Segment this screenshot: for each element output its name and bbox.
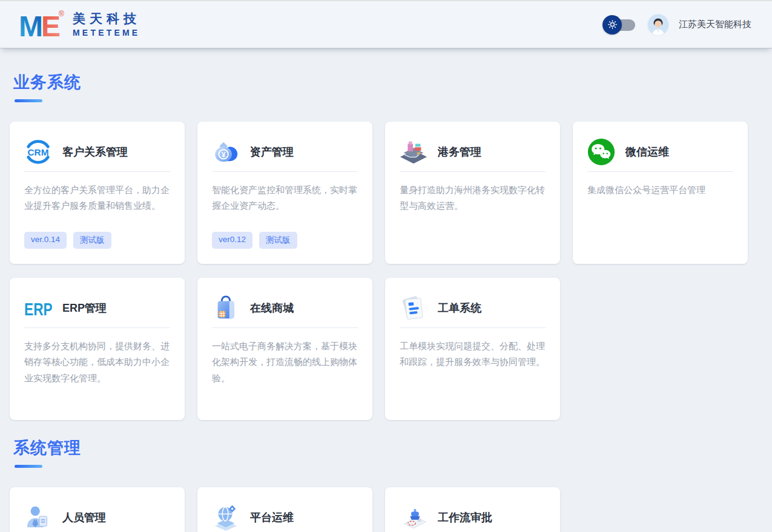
version-badge: ver0.12 (212, 232, 252, 249)
version-badge: 测试版 (259, 232, 297, 249)
card-description: 集成微信公众号运营平台管理 (587, 182, 733, 198)
card-description: 支持多分支机构协同，提供财务、进销存等核心功能，低成本助力中小企业实现数字化管理… (24, 338, 170, 386)
app-card[interactable]: 工作流审批 (385, 487, 560, 532)
card-divider (24, 327, 170, 328)
sections: 业务系统 CRM 客户关系管理 全方位的客户关系管理平台，助力企业提升客户服务质… (0, 48, 772, 532)
platform-ops-icon (212, 504, 240, 531)
card-divider (587, 171, 733, 172)
port-icon (400, 138, 427, 166)
app-card[interactable]: 平台运维 (197, 487, 372, 532)
work-order-icon (400, 294, 427, 322)
section: 系统管理 人员管理 平台运维 工作流审批 (10, 437, 762, 532)
app-card[interactable]: 工单系统 工单模块实现问题提交、分配、处理和跟踪，提升服务效率与协同管理。 (385, 278, 560, 420)
theme-toggle[interactable] (602, 15, 638, 34)
section-title: 业务系统 (13, 71, 762, 93)
svg-text:CRM: CRM (28, 147, 49, 157)
card-description: 智能化资产监控和管理系统，实时掌握企业资产动态。 (212, 182, 358, 214)
me-logo-icon: M E ® (18, 9, 65, 41)
card-description: 一站式电子商务解决方案，基于模块化架构开发，打造流畅的线上购物体验。 (212, 338, 358, 386)
badge-row: ver.0.14测试版 (24, 232, 111, 249)
card-grid: CRM 客户关系管理 全方位的客户关系管理平台，助力企业提升客户服务质量和销售业… (10, 122, 762, 420)
logo-en-text: METETEME (73, 28, 140, 38)
section-underline (15, 465, 42, 468)
card-divider (212, 171, 358, 172)
app-card[interactable]: CRM 客户关系管理 全方位的客户关系管理平台，助力企业提升客户服务质量和销售业… (10, 122, 185, 264)
version-badge: ver.0.14 (24, 232, 67, 249)
card-description: 全方位的客户关系管理平台，助力企业提升客户服务质量和销售业绩。 (24, 182, 170, 214)
section: 业务系统 CRM 客户关系管理 全方位的客户关系管理平台，助力企业提升客户服务质… (10, 71, 762, 420)
badge-row: ver0.12测试版 (212, 232, 297, 249)
app-card[interactable]: 港务管理 量身打造助力海州港务实现数字化转型与高效运营。 (385, 122, 560, 264)
card-divider (24, 171, 170, 172)
version-badge: 测试版 (73, 232, 111, 249)
card-title: 资产管理 (250, 145, 294, 159)
avatar-image (648, 15, 668, 35)
app-header: M E ® 美天科技 METETEME (0, 0, 772, 48)
app-card[interactable]: ¥ 资产管理 智能化资产监控和管理系统，实时掌握企业资产动态。 ver0.12测… (197, 122, 372, 264)
workflow-approval-icon (400, 504, 427, 531)
user-avatar[interactable] (647, 14, 669, 36)
svg-text:E: E (41, 10, 61, 41)
card-description: 量身打造助力海州港务实现数字化转型与高效运营。 (400, 182, 546, 214)
section-underline (15, 99, 42, 102)
shopping-bag-icon (212, 294, 240, 322)
card-title: 工作流审批 (438, 510, 492, 525)
card-title: 平台运维 (250, 510, 294, 525)
asset-moneybag-icon: ¥ (212, 138, 240, 166)
card-title: 工单系统 (438, 301, 481, 315)
card-divider (400, 171, 546, 172)
erp-icon: ERP (24, 294, 52, 322)
section-title: 系统管理 (13, 437, 762, 459)
svg-text:ERP: ERP (24, 299, 52, 320)
svg-text:®: ® (59, 10, 64, 18)
card-divider (212, 327, 358, 328)
card-title: ERP管理 (62, 301, 107, 315)
card-title: 客户关系管理 (62, 145, 128, 159)
card-grid: 人员管理 平台运维 工作流审批 (10, 487, 762, 532)
app-card[interactable]: ERP ERP管理 支持多分支机构协同，提供财务、进销存等核心功能，低成本助力中… (10, 278, 185, 420)
crm-icon: CRM (24, 138, 52, 166)
personnel-icon (24, 504, 52, 531)
app-card[interactable]: 人员管理 (10, 487, 185, 532)
card-title: 在线商城 (250, 301, 294, 315)
app-card[interactable]: 在线商城 一站式电子商务解决方案，基于模块化架构开发，打造流畅的线上购物体验。 (197, 278, 372, 420)
logo: M E ® 美天科技 METETEME (18, 9, 140, 41)
card-title: 微信运维 (625, 145, 669, 159)
sun-icon (607, 19, 618, 30)
toggle-knob[interactable] (602, 15, 622, 34)
svg-text:¥: ¥ (222, 151, 226, 159)
card-divider (400, 327, 546, 328)
wechat-icon (587, 138, 615, 166)
card-title: 人员管理 (62, 510, 106, 525)
logo-cn-text: 美天科技 (73, 11, 140, 26)
app-card[interactable]: 微信运维 集成微信公众号运营平台管理 (573, 122, 748, 264)
card-title: 港务管理 (438, 145, 481, 159)
svg-text:M: M (19, 10, 43, 41)
card-description: 工单模块实现问题提交、分配、处理和跟踪，提升服务效率与协同管理。 (400, 338, 546, 370)
company-name: 江苏美天智能科技 (679, 19, 751, 30)
